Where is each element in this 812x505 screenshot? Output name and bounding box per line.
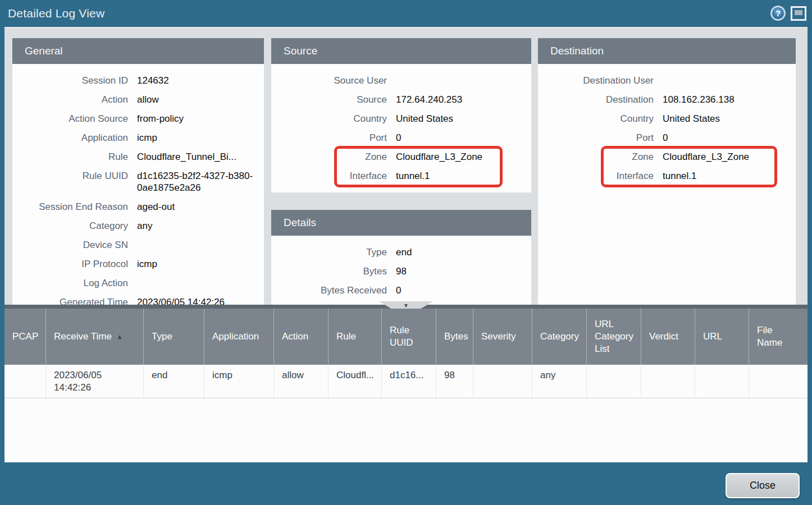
panel-destination: Destination Destination User Destination…	[538, 38, 796, 306]
panel-source: Source Source User Source172.64.240.253 …	[271, 38, 531, 192]
dialog-titlebar: Detailed Log View ?	[0, 0, 812, 27]
col-header-file-name[interactable]: File Name	[749, 309, 808, 365]
col-header-verdict[interactable]: Verdict	[641, 309, 695, 365]
field-label: Application	[12, 132, 128, 144]
field-value: Cloudflare_L3_Zone	[663, 151, 757, 163]
field-bytes-received: Bytes Received0	[271, 281, 531, 300]
cell-type: end	[144, 365, 204, 398]
field-value: end	[396, 246, 419, 258]
col-header-application[interactable]: Application	[204, 309, 274, 365]
field-value: United States	[663, 113, 728, 125]
field-source: Source172.64.240.253	[271, 90, 531, 109]
col-header-type[interactable]: Type	[144, 309, 204, 365]
field-label: Action Source	[12, 113, 128, 125]
field-value	[137, 277, 145, 289]
cell-category: any	[532, 365, 587, 398]
field-bytes: Bytes98	[271, 261, 531, 281]
field-value	[396, 75, 404, 86]
field-destination: Destination108.162.236.138	[538, 90, 796, 109]
field-value: 124632	[137, 75, 177, 86]
field-category: Categoryany	[12, 216, 264, 235]
field-country: CountryUnited States	[271, 109, 531, 128]
field-label: Source User	[271, 75, 387, 86]
field-ip-protocol: IP Protocolicmp	[12, 254, 264, 273]
col-header-severity[interactable]: Severity	[473, 309, 532, 365]
panel-destination-body: Destination User Destination108.162.236.…	[538, 64, 796, 185]
field-session-end-reason: Session End Reasonaged-out	[12, 197, 264, 216]
field-action: Actionallow	[12, 90, 264, 109]
col-header-receive-time[interactable]: Receive Time▲	[46, 309, 144, 365]
field-label: Type	[271, 246, 387, 258]
field-value: tunnel.1	[396, 170, 438, 182]
field-type: Typeend	[271, 242, 531, 261]
field-action-source: Action Sourcefrom-policy	[12, 109, 264, 128]
splitter-handle[interactable]: ▼	[379, 301, 433, 309]
panel-details: Details Typeend Bytes98 Bytes Received0	[271, 210, 531, 306]
cell-url	[695, 365, 749, 398]
sort-asc-icon: ▲	[116, 330, 123, 343]
field-value: aged-out	[137, 201, 183, 213]
window-restore-icon[interactable]	[791, 6, 806, 21]
cell-severity	[473, 365, 532, 398]
panel-general: General Session ID124632 Actionallow Act…	[12, 38, 264, 306]
field-interface: Interfacetunnel.1	[271, 166, 531, 185]
cell-verdict	[641, 365, 695, 398]
panel-details-title: Details	[271, 210, 531, 236]
field-label: Category	[12, 220, 128, 232]
field-label: Bytes	[271, 265, 387, 277]
field-label: Country	[271, 113, 387, 125]
field-value: 172.64.240.253	[396, 94, 470, 105]
panel-general-body: Session ID124632 Actionallow Action Sour…	[12, 64, 264, 306]
field-value: allow	[137, 94, 167, 105]
cell-receive-time: 2023/06/05 14:42:26	[46, 365, 144, 398]
panel-source-title: Source	[271, 38, 531, 64]
log-table-header: PCAP Receive Time▲ Type Application Acti…	[4, 309, 808, 365]
field-value: 0	[396, 284, 409, 296]
field-label: Zone	[538, 151, 654, 163]
field-value: 0	[396, 132, 409, 144]
detail-panels-area: General Session ID124632 Actionallow Act…	[4, 27, 808, 305]
field-destination-user: Destination User	[538, 71, 796, 90]
field-log-action: Log Action	[12, 273, 264, 292]
field-value	[663, 75, 670, 86]
panel-source-body: Source User Source172.64.240.253 Country…	[271, 64, 531, 185]
field-value: 98	[396, 265, 414, 277]
field-label: Device SN	[12, 239, 128, 251]
field-value: d1c16235-b2f2-4327-b380-0ae1875e2a26	[137, 170, 264, 194]
col-header-url-category-list[interactable]: URL Category List	[587, 309, 641, 365]
cell-rule-uuid: d1c16...	[382, 365, 436, 398]
field-label: Rule UUID	[12, 170, 128, 194]
col-header-action[interactable]: Action	[274, 309, 329, 365]
col-header-rule-uuid[interactable]: Rule UUID	[382, 309, 436, 365]
field-label: Action	[12, 94, 128, 105]
field-label: Session ID	[12, 75, 128, 86]
help-icon[interactable]: ?	[770, 6, 786, 21]
cell-action: allow	[274, 365, 329, 398]
field-value: from-policy	[137, 113, 191, 125]
col-header-pcap[interactable]: PCAP	[4, 309, 46, 365]
field-label: Port	[538, 132, 654, 144]
table-row[interactable]: 2023/06/05 14:42:26 end icmp allow Cloud…	[4, 365, 808, 398]
field-label: Interface	[271, 170, 387, 182]
window-restore-icon-inner	[795, 10, 802, 15]
field-port: Port0	[271, 128, 531, 147]
close-button[interactable]: Close	[726, 473, 800, 498]
field-zone: ZoneCloudflare_L3_Zone	[538, 147, 796, 166]
field-label: Session End Reason	[12, 201, 128, 213]
col-header-category[interactable]: Category	[532, 309, 587, 365]
chevron-down-icon: ▼	[403, 302, 409, 309]
field-value: tunnel.1	[663, 170, 705, 182]
cell-rule: Cloudfl...	[329, 365, 382, 398]
col-header-url[interactable]: URL	[695, 309, 749, 365]
cell-url-category-list	[587, 365, 641, 398]
field-value: 0	[663, 132, 676, 144]
panel-general-title: General	[12, 38, 264, 64]
field-application: Applicationicmp	[12, 128, 264, 147]
field-label: IP Protocol	[12, 258, 128, 270]
col-header-bytes[interactable]: Bytes	[436, 309, 473, 365]
field-value	[137, 239, 145, 251]
field-value: United States	[396, 113, 461, 125]
field-label: Source	[271, 94, 387, 105]
field-value: 108.162.236.138	[663, 94, 742, 105]
col-header-rule[interactable]: Rule	[329, 309, 382, 365]
